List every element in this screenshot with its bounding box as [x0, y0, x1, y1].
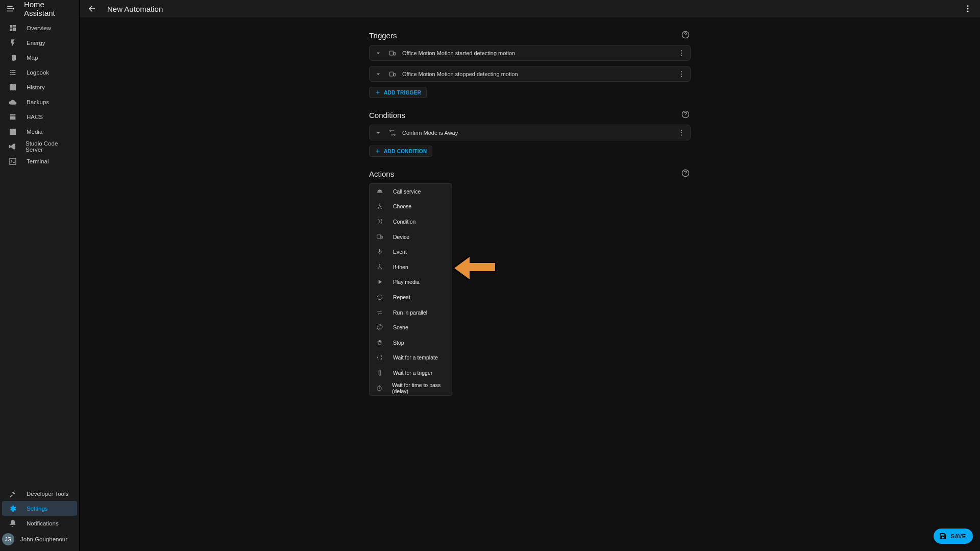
picker-item-label: Wait for a trigger [393, 370, 432, 376]
picker-item-wait-delay[interactable]: Wait for time to pass (delay) [370, 380, 452, 396]
row-overflow-button[interactable] [677, 69, 686, 79]
sidebar-item-label: Logbook [27, 69, 49, 76]
state-machine-icon [388, 128, 397, 137]
picker-item-run-in-parallel[interactable]: Run in parallel [370, 305, 452, 320]
main: New Automation Triggers Office Motion Mo… [80, 0, 980, 551]
svg-point-15 [681, 134, 682, 135]
svg-point-19 [378, 268, 379, 269]
overflow-menu-button[interactable] [961, 2, 975, 16]
shuffle-icon [376, 202, 384, 210]
svg-point-21 [378, 326, 379, 327]
chevron-down-icon[interactable] [374, 128, 383, 137]
picker-item-event[interactable]: Event [370, 244, 452, 259]
picker-item-wait-trigger[interactable]: Wait for a trigger [370, 365, 452, 380]
sidebar-item-developer-tools[interactable]: Developer Tools [2, 486, 77, 501]
picker-item-condition[interactable]: Condition [370, 214, 452, 229]
svg-point-1 [967, 8, 969, 10]
topbar: New Automation [80, 0, 980, 17]
add-condition-label: ADD CONDITION [384, 149, 427, 154]
svg-point-4 [681, 50, 682, 51]
svg-point-12 [394, 134, 396, 135]
save-button[interactable]: SAVE [934, 529, 973, 544]
menu-toggle-icon[interactable] [4, 2, 18, 16]
sidebar-item-label: Energy [27, 40, 45, 46]
section-title: Actions [369, 170, 681, 178]
sidebar-nav-bottom: Developer Tools Settings Notifications J… [0, 486, 79, 551]
vscode-icon [8, 142, 16, 151]
svg-point-0 [967, 5, 969, 7]
sidebar-item-energy[interactable]: Energy [2, 35, 77, 50]
svg-point-20 [381, 268, 382, 269]
palette-icon [376, 323, 384, 331]
add-trigger-label: ADD TRIGGER [384, 90, 421, 95]
chart-icon [8, 83, 17, 92]
trigger-row[interactable]: Office Motion Motion started detecting m… [369, 45, 691, 61]
sidebar-item-label: Developer Tools [27, 491, 68, 497]
picker-item-label: Play media [393, 279, 420, 285]
picker-item-label: Device [393, 234, 409, 240]
row-overflow-button[interactable] [677, 49, 686, 58]
help-icon[interactable] [681, 31, 691, 40]
picker-item-repeat[interactable]: Repeat [370, 290, 452, 305]
back-button[interactable] [85, 2, 99, 16]
add-trigger-button[interactable]: ADD TRIGGER [369, 87, 427, 98]
refresh-icon [376, 293, 384, 301]
device-icon [388, 49, 397, 58]
svg-point-2 [967, 11, 969, 12]
help-icon[interactable] [681, 110, 691, 119]
sidebar-item-map[interactable]: Map [2, 50, 77, 65]
picker-item-wait-template[interactable]: Wait for a template [370, 350, 452, 366]
svg-point-11 [390, 130, 391, 131]
sidebar-item-overview[interactable]: Overview [2, 20, 77, 35]
sidebar-item-studio-code-server[interactable]: Studio Code Server [2, 139, 77, 154]
svg-point-27 [379, 374, 380, 374]
sidebar-item-logbook[interactable]: Logbook [2, 65, 77, 80]
sidebar-user[interactable]: JG John Goughenour [0, 531, 79, 548]
svg-point-14 [681, 132, 682, 133]
picker-item-scene[interactable]: Scene [370, 320, 452, 335]
add-condition-button[interactable]: ADD CONDITION [369, 146, 432, 157]
picker-item-device[interactable]: Device [370, 229, 452, 245]
condition-label: Confirm Mode is Away [402, 130, 672, 136]
picker-item-label: Event [393, 249, 407, 255]
picker-item-stop[interactable]: Stop [370, 335, 452, 350]
svg-point-8 [681, 73, 682, 74]
picker-item-choose[interactable]: Choose [370, 199, 452, 214]
bell-icon [8, 519, 17, 528]
picker-item-label: Stop [393, 340, 404, 346]
sidebar-item-label: Settings [27, 506, 48, 512]
play-box-icon [8, 127, 17, 136]
sidebar-item-settings[interactable]: Settings [2, 501, 77, 516]
sidebar-item-label: Studio Code Server [26, 140, 71, 153]
picker-item-play-media[interactable]: Play media [370, 275, 452, 290]
mic-icon [376, 248, 384, 256]
picker-item-if-then[interactable]: If-then [370, 259, 452, 275]
timer-icon [376, 384, 383, 392]
svg-rect-17 [379, 249, 380, 252]
console-icon [8, 157, 17, 166]
condition-row[interactable]: Confirm Mode is Away [369, 125, 691, 140]
picker-item-label: Call service [393, 188, 421, 195]
trigger-row[interactable]: Office Motion Motion stopped detecting m… [369, 66, 691, 82]
help-icon[interactable] [681, 169, 691, 178]
ab-test-icon [376, 218, 384, 226]
sidebar-item-label: HACS [27, 114, 43, 120]
devices-icon [376, 233, 384, 241]
sidebar-item-notifications[interactable]: Notifications [2, 516, 77, 531]
sidebar-item-backups[interactable]: Backups [2, 94, 77, 109]
swap-icon [376, 308, 384, 317]
action-type-picker: Call service Choose Condition Device [369, 183, 452, 396]
chevron-down-icon[interactable] [374, 49, 383, 58]
row-overflow-button[interactable] [677, 128, 686, 137]
traffic-light-icon [376, 369, 384, 377]
trigger-label: Office Motion Motion stopped detecting m… [402, 71, 672, 77]
sidebar-item-hacs[interactable]: HACS [2, 109, 77, 124]
sidebar-item-terminal[interactable]: Terminal [2, 154, 77, 169]
store-icon [8, 112, 17, 122]
sidebar-item-media[interactable]: Media [2, 124, 77, 139]
picker-item-call-service[interactable]: Call service [370, 184, 452, 199]
play-icon [376, 278, 384, 286]
svg-point-23 [380, 325, 381, 326]
chevron-down-icon[interactable] [374, 69, 383, 79]
sidebar-item-history[interactable]: History [2, 80, 77, 94]
